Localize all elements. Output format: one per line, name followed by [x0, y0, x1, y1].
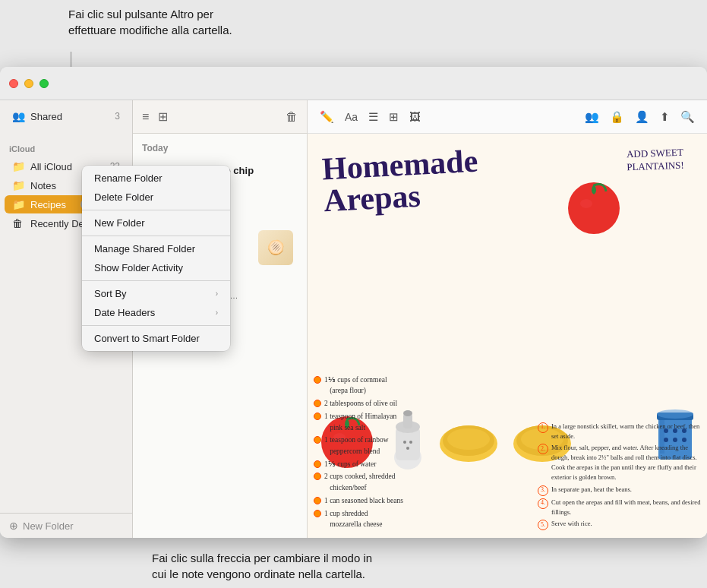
- notes-icon: 📁: [12, 179, 26, 191]
- today-label: Today: [133, 140, 307, 158]
- share-user-button[interactable]: 👤: [635, 110, 649, 124]
- ingredient-3: 1 teaspoon of Himalayan pink sea salt: [314, 411, 526, 433]
- svg-point-1: [580, 199, 592, 208]
- note-handwritten-title: Homemade Arepas: [321, 145, 480, 217]
- recently-deleted-icon: 🗑: [12, 217, 26, 229]
- media-button[interactable]: 🖼: [409, 110, 421, 123]
- context-menu: Rename Folder Delete Folder New Folder M…: [82, 166, 230, 351]
- note-editor: ✏️ Aa ☰ ⊞ 🖼 👥 🔒 👤 ⬆ 🔍 Home: [308, 100, 707, 538]
- shared-icon: 👥: [12, 110, 26, 122]
- separator-3: [82, 280, 230, 281]
- export-button[interactable]: ⬆: [660, 110, 670, 124]
- menu-item-delete[interactable]: Delete Folder: [82, 188, 230, 207]
- sort-by-label: Sort By: [94, 288, 127, 299]
- svg-point-5: [657, 409, 693, 419]
- step-5: 5. Serve with rice.: [538, 519, 701, 530]
- menu-item-sort-by[interactable]: Sort By ›: [82, 284, 230, 303]
- recipes-icon: 📁: [12, 198, 26, 210]
- menu-item-show-activity[interactable]: Show Folder Activity: [82, 258, 230, 277]
- ingredient-8: 1 cup shredded mozzarella cheese: [314, 508, 526, 530]
- step-3: 3. In separate pan, heat the beans.: [538, 485, 701, 496]
- shared-label: Shared: [30, 111, 112, 122]
- ingredient-7: 1 can seasoned black beans: [314, 495, 526, 507]
- compose-button[interactable]: ✏️: [320, 110, 334, 124]
- manage-shared-label: Manage Shared Folder: [94, 243, 195, 254]
- step-2: 2. Mix flour, salt, pepper, and water. A…: [538, 443, 701, 483]
- menu-item-rename[interactable]: Rename Folder: [82, 169, 230, 188]
- show-activity-label: Show Folder Activity: [94, 262, 183, 273]
- new-folder-menu-label: New Folder: [94, 217, 144, 229]
- collaborate-button[interactable]: 👥: [585, 110, 599, 124]
- new-folder-label: New Folder: [23, 520, 73, 532]
- separator-2: [82, 236, 230, 236]
- menu-item-manage-shared[interactable]: Manage Shared Folder: [82, 239, 230, 258]
- font-button[interactable]: Aa: [345, 111, 358, 123]
- menu-item-date-headers[interactable]: Date Headers ›: [82, 303, 230, 322]
- editor-toolbar: ✏️ Aa ☰ ⊞ 🖼 👥 🔒 👤 ⬆ 🔍: [308, 100, 707, 134]
- table-button[interactable]: ⊞: [389, 110, 399, 124]
- shared-count: 3: [115, 111, 120, 122]
- delete-label: Delete Folder: [94, 191, 153, 203]
- arepas-illustration: Homemade Arepas ADD SWEET PLANTAINS!: [308, 134, 707, 538]
- sort-by-arrow: ›: [216, 289, 218, 298]
- step-1: 1. In a large nonstick skillet, warm the…: [538, 422, 701, 441]
- icloud-header: iCloud: [0, 138, 132, 156]
- note-handwritten-subtitle: ADD SWEET PLANTAINS!: [627, 147, 685, 174]
- grid-view-button[interactable]: ⊞: [158, 109, 168, 124]
- lock-button[interactable]: 🔒: [610, 110, 624, 124]
- sidebar-bottom: ⊕ New Folder: [0, 513, 132, 538]
- date-headers-label: Date Headers: [94, 307, 155, 318]
- annotation-bottom: Fai clic sulla freccia per cambiare il m…: [152, 534, 532, 582]
- checklist-button[interactable]: ☰: [368, 110, 378, 124]
- separator-1: [82, 210, 230, 210]
- separator-4: [82, 325, 230, 326]
- menu-item-new-folder[interactable]: New Folder: [82, 213, 230, 232]
- recipes-label: Recipes: [30, 199, 80, 210]
- minimize-button[interactable]: [24, 79, 33, 88]
- ingredient-6: 2 cups cooked, shredded chicken/beef: [314, 471, 526, 493]
- tomato-top-right: [560, 170, 627, 237]
- editor-content[interactable]: Homemade Arepas ADD SWEET PLANTAINS!: [308, 134, 707, 538]
- note-thumb-arepas: 🫓: [258, 230, 293, 265]
- thumb-preview: 🫓: [258, 230, 293, 265]
- delete-note-button[interactable]: 🗑: [286, 110, 298, 124]
- close-button[interactable]: [9, 79, 18, 88]
- search-button[interactable]: 🔍: [680, 110, 695, 124]
- maximize-button[interactable]: [39, 79, 49, 88]
- ingredient-5: 1⅓ cups of water: [314, 459, 526, 470]
- recipe-ingredients: 1⅓ cups of cornmeal (arepa flour) 2 tabl…: [314, 375, 526, 532]
- date-headers-arrow: ›: [216, 308, 218, 317]
- shared-section: 👥 Shared 3: [0, 100, 132, 132]
- rename-label: Rename Folder: [94, 172, 163, 184]
- list-view-button[interactable]: ≡: [142, 110, 149, 124]
- new-folder-button[interactable]: ⊕ New Folder: [9, 520, 123, 532]
- annotation-top: Fai clic sul pulsante Altro per effettua…: [68, 6, 327, 38]
- plus-icon: ⊕: [9, 520, 18, 532]
- menu-item-convert-smart[interactable]: Convert to Smart Folder: [82, 329, 230, 348]
- recipe-steps: 1. In a large nonstick skillet, warm the…: [538, 422, 701, 532]
- annotation-bottom-text: Fai clic sulla freccia per cambiare il m…: [152, 552, 372, 580]
- ingredient-2: 2 tablespoons of olive oil: [314, 398, 526, 409]
- notes-list-toolbar: ≡ ⊞ 🗑: [133, 100, 307, 134]
- all-icloud-icon: 📁: [12, 160, 26, 172]
- sidebar-item-shared[interactable]: 👥 Shared 3: [5, 107, 128, 125]
- ingredient-4: 1 teaspoon of rainbow peppercorn blend: [314, 435, 526, 457]
- step-4: 4. Cut open the arepas and fill with mea…: [538, 498, 701, 517]
- convert-smart-label: Convert to Smart Folder: [94, 333, 200, 344]
- ingredient-1: 1⅓ cups of cornmeal (arepa flour): [314, 375, 526, 397]
- title-bar: [0, 67, 707, 100]
